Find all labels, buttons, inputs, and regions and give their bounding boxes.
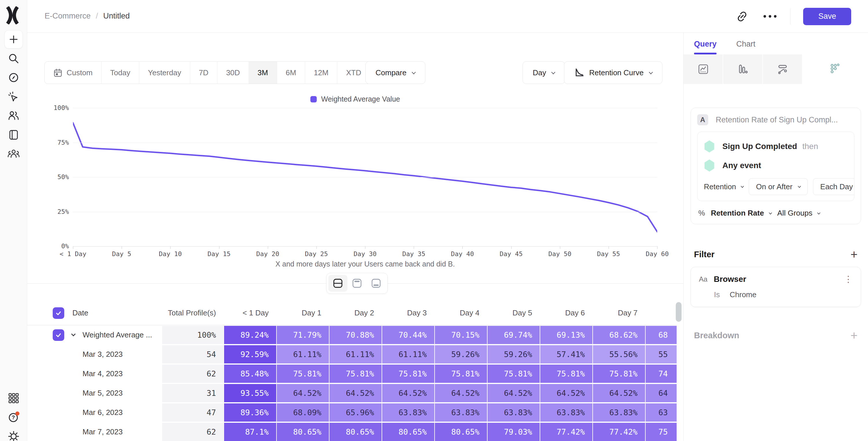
- select-all-checkbox[interactable]: [53, 307, 64, 319]
- filter-property[interactable]: Browser: [714, 275, 838, 284]
- table-header-day-6[interactable]: Day 6: [540, 309, 592, 317]
- filter-operator[interactable]: Is: [714, 290, 720, 299]
- add-filter-icon[interactable]: +: [850, 250, 858, 259]
- chart-legend[interactable]: Weighted Average Value: [27, 95, 683, 103]
- table-scrollbar-thumb[interactable]: [676, 302, 682, 322]
- breadcrumb-current[interactable]: Untitled: [103, 11, 130, 21]
- table-header-day-7[interactable]: Day 7: [592, 309, 645, 317]
- date-range-today[interactable]: Today: [101, 62, 139, 84]
- date-range-7d[interactable]: 7D: [190, 62, 217, 84]
- chart-type-dropdown[interactable]: Retention Curve: [564, 61, 662, 84]
- split-view-toggle[interactable]: [328, 275, 347, 292]
- retention-mode-dropdown[interactable]: Retention: [704, 182, 744, 191]
- app-logo-icon[interactable]: [5, 6, 20, 24]
- return-event-name[interactable]: Any event: [722, 161, 761, 170]
- retention-value-cell[interactable]: 59.26%: [434, 345, 487, 364]
- retention-value-cell[interactable]: 64.52%: [434, 384, 487, 403]
- retention-value-cell[interactable]: 64.52%: [276, 384, 329, 403]
- granularity-dropdown[interactable]: Day: [523, 61, 565, 84]
- retention-value-cell[interactable]: 80.65%: [276, 423, 329, 441]
- date-range-yesterday[interactable]: Yesterday: [139, 62, 190, 84]
- first-event-row[interactable]: Sign Up Completed then: [704, 138, 848, 155]
- table-header-day-4[interactable]: Day 4: [434, 309, 487, 317]
- row-label-cell[interactable]: Mar 3, 2023: [27, 345, 161, 364]
- retention-value-cell[interactable]: 55.56%: [592, 345, 645, 364]
- table-header-day-2[interactable]: Day 2: [329, 309, 381, 317]
- retention-value-cell[interactable]: 80.65%: [434, 423, 487, 441]
- return-event-row[interactable]: Any event: [704, 157, 848, 174]
- retention-value-cell[interactable]: 68.09%: [276, 403, 329, 422]
- retention-value-cell[interactable]: 68: [645, 326, 677, 345]
- table-header-day-5[interactable]: Day 5: [487, 309, 540, 317]
- retention-value-cell[interactable]: 75.81%: [487, 365, 540, 383]
- retention-value-cell[interactable]: 68.62%: [592, 326, 645, 345]
- retention-value-cell[interactable]: 69.74%: [487, 326, 540, 345]
- retention-value-cell[interactable]: 63.83%: [381, 403, 434, 422]
- tab-query[interactable]: Query: [694, 40, 717, 54]
- retention-value-cell[interactable]: 70.88%: [329, 326, 381, 345]
- retention-value-cell[interactable]: 75.81%: [540, 365, 592, 383]
- row-checkbox[interactable]: [53, 329, 64, 341]
- date-range-12m[interactable]: 12M: [305, 62, 337, 84]
- retention-value-cell[interactable]: 93.55%: [223, 384, 276, 403]
- retention-value-cell[interactable]: 69.13%: [540, 326, 592, 345]
- table-header-total-profile-s-[interactable]: Total Profile(s): [161, 309, 223, 317]
- retention-value-cell[interactable]: 75.81%: [381, 365, 434, 383]
- retention-value-cell[interactable]: 61.11%: [276, 345, 329, 364]
- tab-chart[interactable]: Chart: [736, 40, 755, 54]
- retention-value-cell[interactable]: 79.03%: [487, 423, 540, 441]
- flows-icon[interactable]: [763, 54, 803, 84]
- retention-value-cell[interactable]: 85.48%: [223, 365, 276, 383]
- retention-value-cell[interactable]: 77.42%: [592, 423, 645, 441]
- query-title[interactable]: Retention Rate of Sign Up Compl...: [716, 116, 838, 124]
- table-header-date[interactable]: Date: [27, 307, 161, 319]
- retention-value-cell[interactable]: 87.1%: [223, 423, 276, 441]
- retention-value-cell[interactable]: 64.52%: [592, 384, 645, 403]
- retention-value-cell[interactable]: 77.42%: [540, 423, 592, 441]
- row-label-cell[interactable]: Mar 5, 2023: [27, 384, 161, 403]
- row-label-cell[interactable]: Mar 6, 2023: [27, 403, 161, 422]
- retention-value-cell[interactable]: 55: [645, 345, 677, 364]
- date-range-custom[interactable]: Custom: [44, 62, 101, 84]
- table-row[interactable]: Mar 7, 20236287.1%80.65%80.65%80.65%80.6…: [27, 423, 677, 441]
- retention-value-cell[interactable]: 89.24%: [223, 326, 276, 345]
- groups-dropdown[interactable]: All Groups: [777, 209, 820, 218]
- retention-value-cell[interactable]: 61.11%: [381, 345, 434, 364]
- date-range-3m[interactable]: 3M: [249, 62, 277, 84]
- retention-value-cell[interactable]: 75.81%: [592, 365, 645, 383]
- retention-value-cell[interactable]: 63.83%: [434, 403, 487, 422]
- table-row[interactable]: Mar 3, 20235492.59%61.11%61.11%61.11%59.…: [27, 345, 677, 365]
- row-label-cell[interactable]: Mar 7, 2023: [27, 423, 161, 441]
- breadcrumb-parent[interactable]: E-Commerce: [44, 11, 91, 21]
- retention-dots-icon[interactable]: [803, 54, 868, 84]
- chart-view-toggle[interactable]: [347, 275, 367, 292]
- retention-value-cell[interactable]: 75.81%: [329, 365, 381, 383]
- retention-value-cell[interactable]: 71.79%: [276, 326, 329, 345]
- events-cursor-icon[interactable]: [4, 87, 23, 106]
- add-breakdown-icon[interactable]: +: [850, 331, 858, 340]
- first-event-name[interactable]: Sign Up Completed: [722, 142, 797, 151]
- table-header--1-day[interactable]: < 1 Day: [223, 309, 276, 317]
- retention-value-cell[interactable]: 64.52%: [540, 384, 592, 403]
- table-row[interactable]: Weighted Average ...100%89.24%71.79%70.8…: [27, 326, 677, 345]
- date-range-6m[interactable]: 6M: [277, 62, 305, 84]
- save-button[interactable]: Save: [803, 8, 851, 25]
- library-icon[interactable]: [4, 126, 23, 144]
- retention-value-cell[interactable]: 61.11%: [329, 345, 381, 364]
- date-range-30d[interactable]: 30D: [217, 62, 249, 84]
- table-header-day-1[interactable]: Day 1: [276, 309, 329, 317]
- retention-value-cell[interactable]: 63.83%: [487, 403, 540, 422]
- retention-value-cell[interactable]: 64.52%: [487, 384, 540, 403]
- share-link-icon[interactable]: [735, 9, 750, 24]
- table-header-day-3[interactable]: Day 3: [381, 309, 434, 317]
- retention-value-cell[interactable]: 80.65%: [329, 423, 381, 441]
- expand-chevron-icon[interactable]: [71, 332, 76, 337]
- retention-value-cell[interactable]: 59.26%: [487, 345, 540, 364]
- retention-value-cell[interactable]: 64: [645, 384, 677, 403]
- retention-window-dropdown[interactable]: On or After: [749, 178, 808, 195]
- retention-value-cell[interactable]: 65.96%: [329, 403, 381, 422]
- users-icon[interactable]: [4, 106, 23, 125]
- search-icon[interactable]: [4, 49, 23, 68]
- retention-value-cell[interactable]: 75: [645, 423, 677, 441]
- apps-grid-icon[interactable]: [4, 389, 23, 407]
